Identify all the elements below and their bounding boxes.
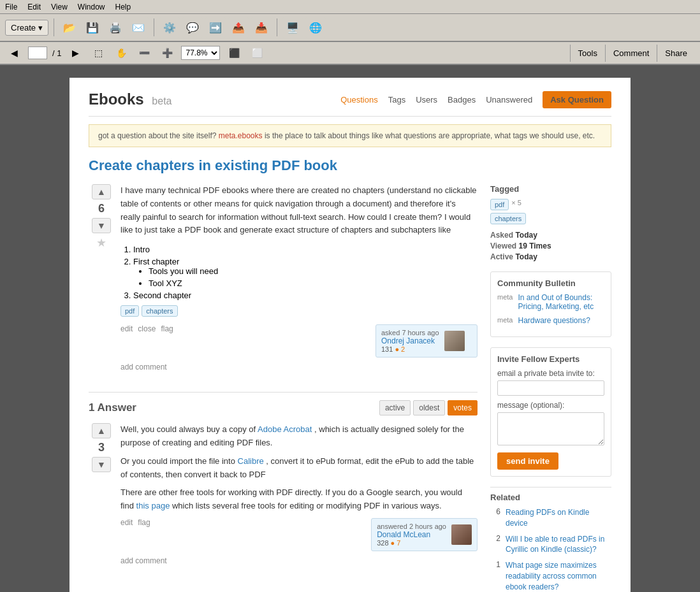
page-input[interactable]: 1 (28, 47, 47, 59)
sidebar-tag-pdf[interactable]: pdf (490, 199, 509, 210)
list-item-intro: Intro (133, 245, 478, 254)
notice-link[interactable]: meta.ebooks (219, 131, 263, 140)
answer-user-info: answered 2 hours ago Donald McLean 328 ●… (377, 523, 446, 547)
question-add-comment[interactable]: add comment (120, 363, 478, 372)
related-link-3[interactable]: What page size maximizes readability acr… (506, 560, 611, 592)
sidebar-tag-chapters[interactable]: chapters (490, 213, 526, 224)
answer-user-name[interactable]: Donald McLean (377, 530, 446, 539)
zoom-select[interactable]: 77.8% (181, 46, 220, 60)
question-favorite[interactable]: ★ (96, 236, 106, 250)
close-link[interactable]: close (138, 324, 156, 333)
related-link-1[interactable]: Reading PDFs on Kindle device (506, 507, 611, 529)
nav-questions[interactable]: Questions (340, 95, 378, 105)
answer-vote-down[interactable]: ▼ (92, 457, 111, 472)
nav-unanswered[interactable]: Unanswered (486, 95, 532, 105)
comment-button[interactable]: 💬 (182, 17, 203, 38)
related-title: Related (490, 487, 611, 502)
answer-edit-link[interactable]: edit (120, 518, 133, 527)
zoom-in-button[interactable]: ➕ (158, 44, 176, 62)
nav-tags[interactable]: Tags (388, 95, 405, 105)
sort-active[interactable]: active (379, 400, 411, 415)
prev-page-button[interactable]: ◀ (5, 44, 23, 62)
related-item-3: 1 What page size maximizes readability a… (490, 560, 611, 592)
next-page-button[interactable]: ▶ (66, 44, 84, 62)
invite-email-input[interactable] (497, 380, 604, 396)
site-title: Ebooks beta (89, 90, 172, 108)
related-item-1: 6 Reading PDFs on Kindle device (490, 507, 611, 529)
flag-link[interactable]: flag (161, 324, 173, 333)
question-vote-down[interactable]: ▼ (92, 218, 111, 233)
network-button[interactable]: 🌐 (305, 17, 326, 38)
invite-message-input[interactable] (497, 412, 604, 445)
question-footer: edit close flag asked 7 hours ago Ondrej… (120, 324, 478, 357)
menu-file[interactable]: File (5, 3, 17, 11)
export-right-button[interactable]: 📥 (251, 17, 272, 38)
comment-nav-button[interactable]: Comment (605, 45, 657, 62)
answer-body3-end: which lists several free tools for editi… (172, 501, 442, 510)
settings-button[interactable]: ⚙️ (159, 17, 180, 38)
site-name: Ebooks (89, 90, 144, 108)
open-folder-button[interactable]: 📂 (59, 17, 80, 38)
menu-view[interactable]: View (51, 3, 68, 11)
sort-votes[interactable]: votes (448, 400, 478, 415)
nav-right-buttons: Tools Comment Share (570, 45, 695, 62)
fit-width-button[interactable]: ⬜ (248, 44, 266, 62)
share-button[interactable]: Share (657, 45, 695, 62)
hand-tool-button[interactable]: ✋ (112, 44, 130, 62)
monitor-button[interactable]: 🖥️ (282, 17, 303, 38)
adobe-acrobat-link[interactable]: Adobe Acrobat (258, 424, 312, 434)
answer-user-avatar (451, 524, 472, 545)
site-nav: Questions Tags Users Badges Unanswered A… (340, 91, 611, 108)
answer-text-1: Well, you could always buy a copy of Ado… (120, 423, 478, 450)
sub-list-item-1: Tools you will need (149, 266, 478, 276)
answer-vote-up[interactable]: ▲ (92, 423, 111, 438)
invite-email-label: email a private beta invite to: (497, 369, 604, 378)
question-post-row: ▲ 6 ▼ ★ I have many technical PDF ebooks… (89, 184, 478, 382)
answer-user-rep: 328 ● 7 (377, 539, 446, 547)
nav-badges[interactable]: Badges (448, 95, 476, 105)
list-item-first-chapter: First chapter Tools you will need Tool X… (133, 257, 478, 288)
bulletin-link-1[interactable]: In and Out of Bounds: Pricing, Marketing… (518, 293, 604, 311)
create-button[interactable]: Create ▾ (5, 20, 48, 36)
sort-oldest[interactable]: oldest (413, 400, 445, 415)
calibre-link[interactable]: Calibre (238, 456, 264, 466)
select-tool-button[interactable]: ⬚ (89, 44, 107, 62)
answer-text-3: There are other free tools for working w… (120, 486, 478, 513)
site-beta: beta (152, 96, 171, 106)
mail-button[interactable]: ✉️ (128, 17, 149, 38)
zoom-out-button[interactable]: ➖ (135, 44, 153, 62)
tag-pdf[interactable]: pdf (120, 305, 139, 317)
tag-chapters[interactable]: chapters (142, 305, 177, 317)
question-user-name[interactable]: Ondrej Janacek (381, 336, 439, 345)
answer-text-2: Or you could import the file into Calibr… (120, 455, 478, 482)
save-button[interactable]: 💾 (82, 17, 103, 38)
export-left-button[interactable]: 📤 (228, 17, 249, 38)
ask-question-button[interactable]: Ask Question (543, 91, 611, 108)
send-invite-button[interactable]: send invite (497, 452, 558, 470)
answers-header: 1 Answer active oldest votes (89, 392, 478, 415)
this-page-link[interactable]: this page (136, 501, 170, 510)
menu-help[interactable]: Help (115, 3, 131, 11)
edit-link[interactable]: edit (120, 324, 133, 333)
menu-window[interactable]: Window (78, 3, 105, 11)
tagged-chapters-tags: chapters (490, 213, 611, 224)
answer-add-comment[interactable]: add comment (120, 556, 478, 565)
related-count-2: 2 (490, 534, 500, 543)
fit-page-button[interactable]: ⬛ (225, 44, 243, 62)
print-button[interactable]: 🖨️ (105, 17, 126, 38)
site-logo: Ebooks beta (89, 90, 172, 108)
related-link-2[interactable]: Will I be able to read PDFs in Cyrillic … (506, 534, 611, 556)
tagged-pdf-count: × 5 (511, 199, 521, 210)
answer-flag-link[interactable]: flag (138, 518, 150, 527)
question-vote-up[interactable]: ▲ (92, 184, 111, 199)
tools-button[interactable]: Tools (570, 45, 605, 62)
bulletin-link-2[interactable]: Hardware questions? (518, 316, 590, 325)
nav-users[interactable]: Users (416, 95, 437, 105)
question-actions: edit close flag (120, 324, 173, 333)
menu-edit[interactable]: Edit (27, 3, 41, 11)
arrow-right-button[interactable]: ➡️ (205, 17, 226, 38)
answer-post-row: ▲ 3 ▼ Well, you could always buy a copy … (89, 423, 478, 575)
site-header: Ebooks beta Questions Tags Users Badges … (89, 90, 611, 117)
notice-text2: is the place to talk about things like w… (265, 131, 595, 140)
list-item-second-chapter: Second chapter (133, 291, 478, 300)
